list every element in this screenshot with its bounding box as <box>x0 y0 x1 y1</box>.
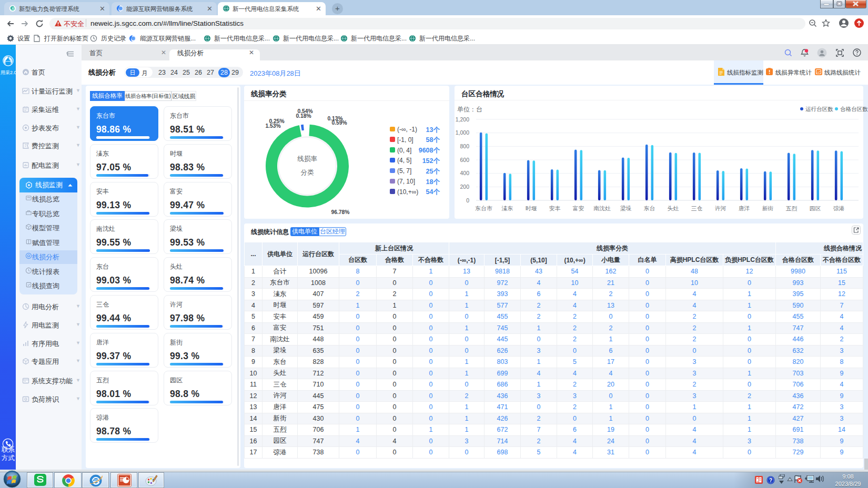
svg-text:东台市: 东台市 <box>475 205 492 211</box>
svg-text:200: 200 <box>460 184 469 190</box>
svg-text:400: 400 <box>460 170 469 176</box>
svg-text:弶港: 弶港 <box>833 205 845 211</box>
svg-text:头灶: 头灶 <box>668 205 679 211</box>
svg-text:三仓: 三仓 <box>691 205 703 211</box>
svg-text:园区: 园区 <box>810 205 821 211</box>
svg-text:1,000: 1,000 <box>456 129 469 136</box>
svg-text:唐洋: 唐洋 <box>739 205 750 211</box>
svg-text:五烈: 五烈 <box>786 205 798 211</box>
svg-text:富安: 富安 <box>573 205 584 211</box>
svg-text:南沈灶: 南沈灶 <box>593 205 611 211</box>
svg-text:800: 800 <box>460 143 469 149</box>
svg-text:新街: 新街 <box>762 205 774 211</box>
svg-text:梁垛: 梁垛 <box>620 205 632 211</box>
svg-text:?: ? <box>769 477 772 483</box>
svg-text:许河: 许河 <box>715 205 726 211</box>
svg-text:0: 0 <box>466 197 469 204</box>
svg-text:600: 600 <box>460 157 469 163</box>
svg-text:东台: 东台 <box>644 205 655 211</box>
svg-text:1,200: 1,200 <box>456 116 469 123</box>
svg-text:溱东: 溱东 <box>501 205 513 211</box>
svg-text:安丰: 安丰 <box>549 205 561 211</box>
svg-text:时堰: 时堰 <box>526 205 537 211</box>
